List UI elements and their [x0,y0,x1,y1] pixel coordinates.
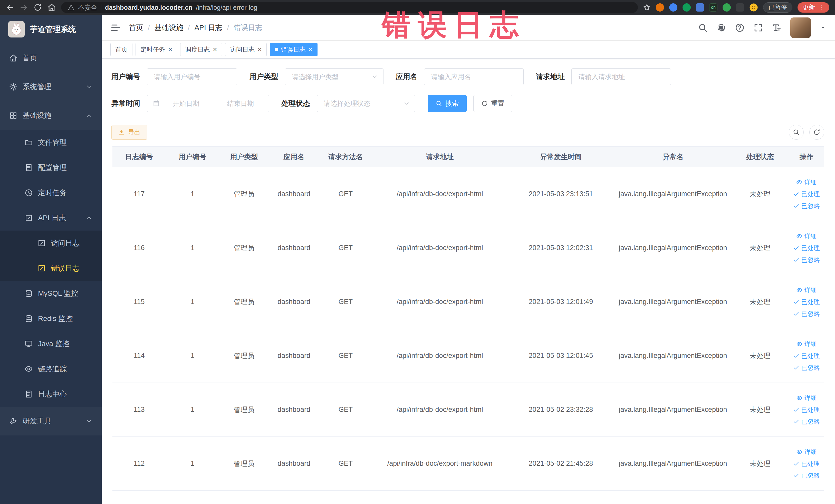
sidebar-item-scheduled-job[interactable]: 定时任务 [0,180,102,205]
column-header: 处理状态 [732,147,789,167]
action-ignored-link[interactable]: 已忽略 [791,469,822,481]
sidebar-item-java-monitor[interactable]: Java 监控 [0,331,102,356]
app-name-input[interactable] [424,68,524,85]
sidebar-item-label: 配置管理 [38,163,93,173]
action-processed-link[interactable]: 已处理 [791,404,822,416]
forward-icon[interactable] [20,3,28,12]
process-status-select[interactable]: 请选择处理状态 [317,95,415,112]
browser-home-icon[interactable] [47,3,56,12]
annotation-overlay: 错误日志 [382,6,526,44]
sidebar-item-home[interactable]: 首页 [0,44,102,73]
github-icon[interactable] [716,23,726,33]
close-icon[interactable]: × [168,46,172,53]
export-button[interactable]: 导出 [111,125,147,140]
cell-log-id: 116 [113,221,166,275]
cell-time: 2021-05-03 12:01:45 [507,329,614,383]
reload-icon[interactable] [33,3,42,12]
address-bar[interactable]: 不安全 dashboard.yudao.iocoder.cn/infra/log… [61,2,638,13]
smiley-avatar-icon[interactable] [749,3,758,12]
action-ignored-link[interactable]: 已忽略 [791,362,822,374]
action-processed-link[interactable]: 已处理 [791,242,822,254]
action-processed-link[interactable]: 已处理 [791,296,822,308]
sidebar-item-log-center[interactable]: 日志中心 [0,382,102,407]
sidebar-item-infra[interactable]: 基础设施 [0,101,102,130]
close-icon[interactable]: × [308,46,313,53]
sidebar-item-label: Java 监控 [38,339,93,349]
bookmark-star-icon[interactable] [643,4,651,11]
action-detail-link[interactable]: 详细 [791,338,822,350]
tab-schedule-log[interactable]: 调度日志× [180,43,222,56]
extension-icon-3[interactable] [683,3,691,12]
sidebar-item-error-log[interactable]: 错误日志 [0,256,102,281]
user-avatar[interactable] [790,18,811,38]
tab-error-log[interactable]: 错误日志× [270,43,318,56]
sidebar-item-mysql-monitor[interactable]: MySQL 监控 [0,281,102,306]
search-icon[interactable] [698,23,708,33]
breadcrumb-item[interactable]: API 日志 [195,23,223,33]
extension-icon-5[interactable] [722,3,731,12]
action-processed-link[interactable]: 已处理 [791,350,822,362]
action-ignored-link[interactable]: 已忽略 [791,416,822,427]
toggle-search-button[interactable] [789,125,804,140]
extension-icon-6[interactable] [736,3,744,12]
action-detail-link[interactable]: 详细 [791,392,822,404]
sidebar-item-dev-tools[interactable]: 研发工具 [0,407,102,436]
url-divider [101,4,101,11]
help-icon[interactable] [735,23,745,33]
action-ignored-link[interactable]: 已忽略 [791,200,822,212]
paused-badge[interactable]: 已暂停 [763,2,792,13]
request-url-input[interactable] [571,68,671,85]
browser-menu-dots-icon[interactable] [818,4,824,11]
breadcrumb-item[interactable]: 首页 [129,23,143,33]
action-ignored-link[interactable]: 已忽略 [791,308,822,320]
gear-icon [9,83,18,91]
cell-user-id: 1 [166,167,219,221]
tab-home[interactable]: 首页 [110,43,133,56]
user-type-select[interactable]: 请选择用户类型 [285,68,384,85]
extension-icon-4[interactable] [696,3,704,12]
caret-down-icon[interactable] [820,24,826,31]
sidebar-item-access-log[interactable]: 访问日志 [0,230,102,256]
hamburger-icon[interactable] [110,22,121,33]
exception-time-range-picker[interactable]: 开始日期 - 结束日期 [147,95,269,112]
cell-user-id: 1 [166,437,219,491]
sidebar-item-config-manage[interactable]: 配置管理 [0,155,102,180]
search-button[interactable]: 搜索 [428,95,467,112]
breadcrumb-item[interactable]: 基础设施 [155,23,183,33]
eye-icon [25,365,33,373]
action-detail-link[interactable]: 详细 [791,230,822,242]
close-icon[interactable]: × [258,46,262,53]
sidebar-item-system[interactable]: 系统管理 [0,73,102,101]
tab-label: 定时任务 [140,45,165,54]
extension-on-icon[interactable]: on [709,3,717,12]
action-ignored-link[interactable]: 已忽略 [791,254,822,266]
tab-access-log[interactable]: 访问日志× [225,43,267,56]
sidebar-item-file-manage[interactable]: 文件管理 [0,130,102,155]
close-icon[interactable]: × [213,46,217,53]
app-logo[interactable]: 芋道管理系统 [0,15,102,44]
action-processed-link[interactable]: 已处理 [791,458,822,469]
extension-icon-1[interactable] [656,3,664,12]
action-detail-link[interactable]: 详细 [791,176,822,188]
sidebar-item-api-log[interactable]: API 日志 [0,205,102,230]
cell-actions: 详细已处理已忽略 [789,329,824,383]
user-id-input[interactable] [147,68,237,85]
refresh-button[interactable] [809,125,824,140]
action-detail-link[interactable]: 详细 [791,446,822,458]
back-icon[interactable] [6,3,14,12]
tab-scheduled-job[interactable]: 定时任务× [136,43,177,56]
update-button[interactable]: 更新 [797,2,829,13]
sidebar-item-redis-monitor[interactable]: Redis 监控 [0,306,102,331]
extension-icon-2[interactable] [669,3,677,12]
action-processed-link[interactable]: 已处理 [791,188,822,200]
cell-exception: java.lang.IllegalArgumentException [614,167,732,221]
error-log-table: 日志编号用户编号用户类型应用名请求方法名请求地址异常发生时间异常名处理状态操作 … [113,146,824,491]
cell-user-type: 管理员 [219,437,269,491]
security-label[interactable]: 不安全 [78,3,97,12]
chevron-down-icon [86,418,93,424]
font-size-icon[interactable] [772,23,781,33]
sidebar-item-trace[interactable]: 链路追踪 [0,356,102,382]
reset-button[interactable]: 重置 [473,95,512,112]
action-detail-link[interactable]: 详细 [791,284,822,296]
fullscreen-icon[interactable] [753,23,763,33]
